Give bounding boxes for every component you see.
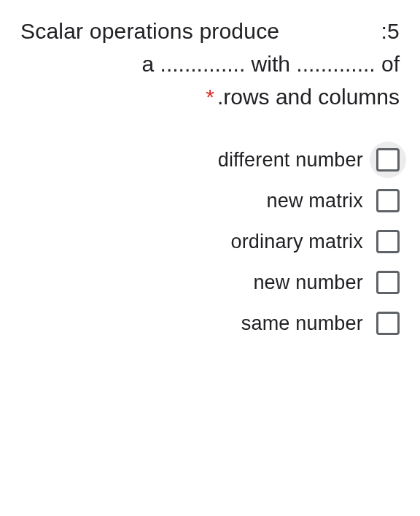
- required-indicator: *: [206, 85, 214, 109]
- question-line-1: Scalar operations produce :5: [20, 15, 400, 47]
- option-label: new number: [253, 272, 363, 294]
- checkbox[interactable]: [376, 148, 400, 172]
- option-label: different number: [218, 149, 363, 172]
- question-line-3: *.rows and columns: [20, 80, 400, 113]
- option-row[interactable]: new matrix: [20, 189, 400, 212]
- option-label: same number: [241, 312, 363, 335]
- question-text-line2: a .............. with ............. of: [142, 52, 400, 76]
- option-label: ordinary matrix: [230, 231, 363, 253]
- checkbox[interactable]: [376, 230, 400, 253]
- option-row[interactable]: same number: [20, 312, 400, 335]
- question-number: :5: [381, 15, 400, 47]
- options-list: different number new matrix ordinary mat…: [20, 148, 400, 335]
- checkbox[interactable]: [376, 312, 400, 335]
- option-row[interactable]: new number: [20, 271, 400, 294]
- option-row[interactable]: different number: [20, 148, 400, 172]
- question-text-line1: Scalar operations produce: [20, 15, 279, 47]
- checkbox[interactable]: [376, 189, 400, 212]
- question-line-2: a .............. with ............. of: [20, 47, 400, 80]
- question-text-line3: .rows and columns: [217, 85, 400, 109]
- checkbox[interactable]: [376, 271, 400, 294]
- question-block: Scalar operations produce :5 a .........…: [20, 15, 400, 113]
- option-label: new matrix: [266, 190, 363, 212]
- option-row[interactable]: ordinary matrix: [20, 230, 400, 253]
